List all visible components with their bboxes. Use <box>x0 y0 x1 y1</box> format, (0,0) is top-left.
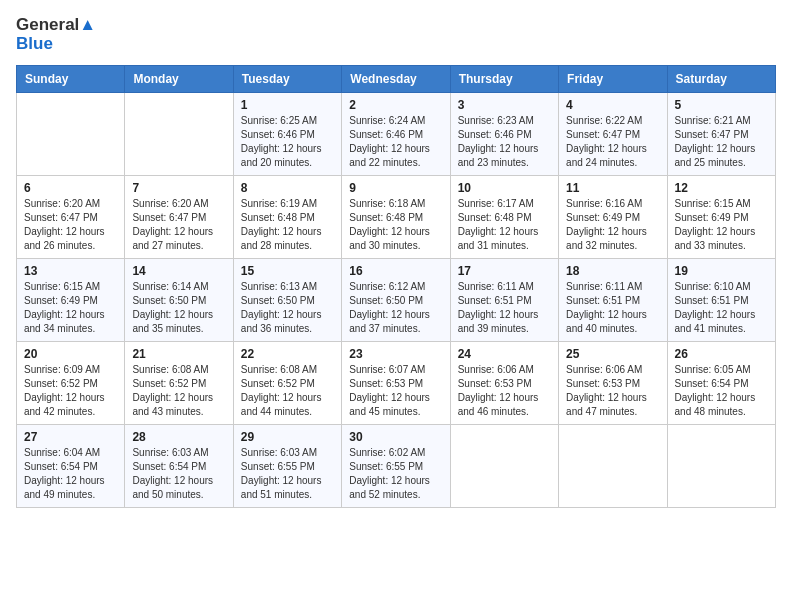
day-number: 10 <box>458 181 551 195</box>
calendar-cell: 2Sunrise: 6:24 AMSunset: 6:46 PMDaylight… <box>342 93 450 176</box>
cell-sun-info: Sunrise: 6:12 AMSunset: 6:50 PMDaylight:… <box>349 280 442 336</box>
logo-bird-icon: ▲ <box>79 15 96 34</box>
logo-wordmark: General▲ Blue <box>16 16 96 53</box>
cell-sun-info: Sunrise: 6:11 AMSunset: 6:51 PMDaylight:… <box>566 280 659 336</box>
calendar-cell: 29Sunrise: 6:03 AMSunset: 6:55 PMDayligh… <box>233 425 341 508</box>
calendar-cell: 20Sunrise: 6:09 AMSunset: 6:52 PMDayligh… <box>17 342 125 425</box>
calendar-cell: 13Sunrise: 6:15 AMSunset: 6:49 PMDayligh… <box>17 259 125 342</box>
day-number: 7 <box>132 181 225 195</box>
cell-sun-info: Sunrise: 6:20 AMSunset: 6:47 PMDaylight:… <box>132 197 225 253</box>
day-header-tuesday: Tuesday <box>233 66 341 93</box>
calendar-cell: 6Sunrise: 6:20 AMSunset: 6:47 PMDaylight… <box>17 176 125 259</box>
calendar-week-row: 6Sunrise: 6:20 AMSunset: 6:47 PMDaylight… <box>17 176 776 259</box>
cell-sun-info: Sunrise: 6:15 AMSunset: 6:49 PMDaylight:… <box>675 197 768 253</box>
cell-sun-info: Sunrise: 6:25 AMSunset: 6:46 PMDaylight:… <box>241 114 334 170</box>
day-header-friday: Friday <box>559 66 667 93</box>
calendar-cell: 25Sunrise: 6:06 AMSunset: 6:53 PMDayligh… <box>559 342 667 425</box>
day-number: 23 <box>349 347 442 361</box>
calendar-cell <box>450 425 558 508</box>
day-number: 12 <box>675 181 768 195</box>
calendar-week-row: 27Sunrise: 6:04 AMSunset: 6:54 PMDayligh… <box>17 425 776 508</box>
cell-sun-info: Sunrise: 6:02 AMSunset: 6:55 PMDaylight:… <box>349 446 442 502</box>
day-number: 17 <box>458 264 551 278</box>
logo-blue: Blue <box>16 34 53 53</box>
calendar-cell: 7Sunrise: 6:20 AMSunset: 6:47 PMDaylight… <box>125 176 233 259</box>
calendar-cell: 17Sunrise: 6:11 AMSunset: 6:51 PMDayligh… <box>450 259 558 342</box>
cell-sun-info: Sunrise: 6:08 AMSunset: 6:52 PMDaylight:… <box>241 363 334 419</box>
day-number: 16 <box>349 264 442 278</box>
calendar-week-row: 20Sunrise: 6:09 AMSunset: 6:52 PMDayligh… <box>17 342 776 425</box>
cell-sun-info: Sunrise: 6:10 AMSunset: 6:51 PMDaylight:… <box>675 280 768 336</box>
day-number: 6 <box>24 181 117 195</box>
calendar-cell: 27Sunrise: 6:04 AMSunset: 6:54 PMDayligh… <box>17 425 125 508</box>
logo: General▲ Blue <box>16 16 96 53</box>
day-number: 30 <box>349 430 442 444</box>
cell-sun-info: Sunrise: 6:24 AMSunset: 6:46 PMDaylight:… <box>349 114 442 170</box>
calendar-cell: 15Sunrise: 6:13 AMSunset: 6:50 PMDayligh… <box>233 259 341 342</box>
calendar-cell: 26Sunrise: 6:05 AMSunset: 6:54 PMDayligh… <box>667 342 775 425</box>
day-number: 8 <box>241 181 334 195</box>
cell-sun-info: Sunrise: 6:09 AMSunset: 6:52 PMDaylight:… <box>24 363 117 419</box>
day-number: 1 <box>241 98 334 112</box>
cell-sun-info: Sunrise: 6:04 AMSunset: 6:54 PMDaylight:… <box>24 446 117 502</box>
cell-sun-info: Sunrise: 6:13 AMSunset: 6:50 PMDaylight:… <box>241 280 334 336</box>
cell-sun-info: Sunrise: 6:03 AMSunset: 6:54 PMDaylight:… <box>132 446 225 502</box>
calendar-cell <box>667 425 775 508</box>
day-number: 11 <box>566 181 659 195</box>
cell-sun-info: Sunrise: 6:03 AMSunset: 6:55 PMDaylight:… <box>241 446 334 502</box>
day-header-wednesday: Wednesday <box>342 66 450 93</box>
calendar-cell: 11Sunrise: 6:16 AMSunset: 6:49 PMDayligh… <box>559 176 667 259</box>
day-number: 5 <box>675 98 768 112</box>
day-header-saturday: Saturday <box>667 66 775 93</box>
day-number: 27 <box>24 430 117 444</box>
day-number: 29 <box>241 430 334 444</box>
calendar-cell: 10Sunrise: 6:17 AMSunset: 6:48 PMDayligh… <box>450 176 558 259</box>
cell-sun-info: Sunrise: 6:07 AMSunset: 6:53 PMDaylight:… <box>349 363 442 419</box>
calendar-week-row: 1Sunrise: 6:25 AMSunset: 6:46 PMDaylight… <box>17 93 776 176</box>
cell-sun-info: Sunrise: 6:19 AMSunset: 6:48 PMDaylight:… <box>241 197 334 253</box>
calendar-cell: 12Sunrise: 6:15 AMSunset: 6:49 PMDayligh… <box>667 176 775 259</box>
cell-sun-info: Sunrise: 6:20 AMSunset: 6:47 PMDaylight:… <box>24 197 117 253</box>
cell-sun-info: Sunrise: 6:11 AMSunset: 6:51 PMDaylight:… <box>458 280 551 336</box>
calendar-cell <box>17 93 125 176</box>
calendar-cell: 14Sunrise: 6:14 AMSunset: 6:50 PMDayligh… <box>125 259 233 342</box>
cell-sun-info: Sunrise: 6:06 AMSunset: 6:53 PMDaylight:… <box>566 363 659 419</box>
cell-sun-info: Sunrise: 6:18 AMSunset: 6:48 PMDaylight:… <box>349 197 442 253</box>
day-number: 22 <box>241 347 334 361</box>
day-number: 4 <box>566 98 659 112</box>
day-number: 20 <box>24 347 117 361</box>
day-number: 2 <box>349 98 442 112</box>
calendar-cell: 28Sunrise: 6:03 AMSunset: 6:54 PMDayligh… <box>125 425 233 508</box>
calendar-cell: 18Sunrise: 6:11 AMSunset: 6:51 PMDayligh… <box>559 259 667 342</box>
day-number: 21 <box>132 347 225 361</box>
cell-sun-info: Sunrise: 6:21 AMSunset: 6:47 PMDaylight:… <box>675 114 768 170</box>
calendar-cell: 24Sunrise: 6:06 AMSunset: 6:53 PMDayligh… <box>450 342 558 425</box>
calendar-cell <box>559 425 667 508</box>
cell-sun-info: Sunrise: 6:16 AMSunset: 6:49 PMDaylight:… <box>566 197 659 253</box>
day-number: 14 <box>132 264 225 278</box>
calendar-cell: 16Sunrise: 6:12 AMSunset: 6:50 PMDayligh… <box>342 259 450 342</box>
day-header-monday: Monday <box>125 66 233 93</box>
calendar-cell: 4Sunrise: 6:22 AMSunset: 6:47 PMDaylight… <box>559 93 667 176</box>
calendar-cell: 19Sunrise: 6:10 AMSunset: 6:51 PMDayligh… <box>667 259 775 342</box>
logo-general: General <box>16 15 79 34</box>
cell-sun-info: Sunrise: 6:14 AMSunset: 6:50 PMDaylight:… <box>132 280 225 336</box>
calendar-cell: 1Sunrise: 6:25 AMSunset: 6:46 PMDaylight… <box>233 93 341 176</box>
cell-sun-info: Sunrise: 6:08 AMSunset: 6:52 PMDaylight:… <box>132 363 225 419</box>
day-number: 15 <box>241 264 334 278</box>
calendar-week-row: 13Sunrise: 6:15 AMSunset: 6:49 PMDayligh… <box>17 259 776 342</box>
calendar-table: SundayMondayTuesdayWednesdayThursdayFrid… <box>16 65 776 508</box>
cell-sun-info: Sunrise: 6:17 AMSunset: 6:48 PMDaylight:… <box>458 197 551 253</box>
cell-sun-info: Sunrise: 6:22 AMSunset: 6:47 PMDaylight:… <box>566 114 659 170</box>
day-number: 19 <box>675 264 768 278</box>
calendar-header-row: SundayMondayTuesdayWednesdayThursdayFrid… <box>17 66 776 93</box>
calendar-cell: 21Sunrise: 6:08 AMSunset: 6:52 PMDayligh… <box>125 342 233 425</box>
calendar-cell <box>125 93 233 176</box>
cell-sun-info: Sunrise: 6:06 AMSunset: 6:53 PMDaylight:… <box>458 363 551 419</box>
day-number: 13 <box>24 264 117 278</box>
calendar-cell: 3Sunrise: 6:23 AMSunset: 6:46 PMDaylight… <box>450 93 558 176</box>
calendar-cell: 30Sunrise: 6:02 AMSunset: 6:55 PMDayligh… <box>342 425 450 508</box>
calendar-cell: 22Sunrise: 6:08 AMSunset: 6:52 PMDayligh… <box>233 342 341 425</box>
day-number: 26 <box>675 347 768 361</box>
day-number: 24 <box>458 347 551 361</box>
